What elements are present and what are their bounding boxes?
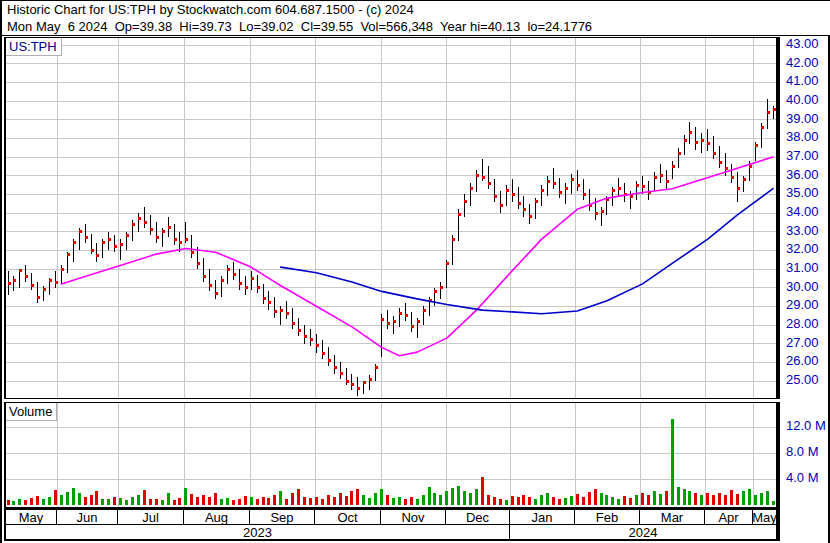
month-label-feb: Feb <box>575 510 640 524</box>
price-gridlines <box>6 38 776 398</box>
volume-chart-canvas <box>6 403 776 507</box>
month-label-jan: Jan <box>510 510 575 524</box>
year-label-2023: 2023 <box>6 525 510 539</box>
month-label-apr: Apr <box>705 510 753 524</box>
month-label-oct: Oct <box>315 510 381 524</box>
year-axis-strip: 20232024 <box>4 525 780 541</box>
month-axis-strip: MayJunJulAugSepOctNovDecJanFebMarAprMay <box>4 508 780 525</box>
price-tick-label: 28.00 <box>786 316 819 331</box>
year-label-2024: 2024 <box>510 525 776 539</box>
header-quote-line: Mon May 6 2024 Op=39.38 Hi=39.73 Lo=39.0… <box>7 18 830 35</box>
price-tick-label: 27.00 <box>786 335 819 350</box>
price-tick-label: 30.00 <box>786 279 819 294</box>
price-tick-label: 42.00 <box>786 55 819 70</box>
price-tick-label: 34.00 <box>786 204 819 219</box>
price-tick-label: 37.00 <box>786 148 819 163</box>
month-label-dec: Dec <box>446 510 510 524</box>
volume-tick-label: 8.0 M <box>786 444 819 459</box>
outer-frame-left <box>0 0 2 543</box>
month-label-jun: Jun <box>57 510 118 524</box>
price-tick-label: 36.00 <box>786 167 819 182</box>
volume-pane-label: Volume <box>6 403 57 421</box>
price-tick-label: 29.00 <box>786 297 819 312</box>
volume-tick-label: 4.0 M <box>786 470 819 485</box>
price-pane <box>4 37 780 399</box>
volume-gridlines <box>6 403 776 507</box>
month-label-may: May <box>6 510 57 524</box>
month-label-aug: Aug <box>184 510 250 524</box>
price-tick-label: 40.00 <box>786 92 819 107</box>
price-tick-label: 35.00 <box>786 185 819 200</box>
price-tick-label: 38.00 <box>786 129 819 144</box>
month-label-mar: Mar <box>640 510 705 524</box>
price-tick-label: 33.00 <box>786 223 819 238</box>
ticker-label: US:TPH <box>6 38 62 56</box>
price-tick-label: 43.00 <box>786 36 819 51</box>
month-label-jul: Jul <box>118 510 184 524</box>
chart-header: Historic Chart for US:TPH by Stockwatch.… <box>0 0 830 36</box>
price-tick-label: 31.00 <box>786 260 819 275</box>
ma-slow-line <box>281 189 773 314</box>
price-chart-canvas <box>6 38 776 398</box>
stockwatch-historic-chart: Historic Chart for US:TPH by Stockwatch.… <box>0 0 830 543</box>
volume-pane <box>4 402 780 508</box>
price-tick-label: 25.00 <box>786 372 819 387</box>
volume-bars <box>7 419 775 505</box>
volume-tick-label: 12.0 M <box>786 418 826 433</box>
month-label-sep: Sep <box>250 510 315 524</box>
price-tick-label: 26.00 <box>786 353 819 368</box>
month-label-may: May <box>753 510 776 524</box>
header-title: Historic Chart for US:TPH by Stockwatch.… <box>7 1 830 18</box>
month-label-nov: Nov <box>381 510 446 524</box>
price-tick-label: 39.00 <box>786 111 819 126</box>
price-tick-label: 41.00 <box>786 73 819 88</box>
price-tick-label: 32.00 <box>786 241 819 256</box>
